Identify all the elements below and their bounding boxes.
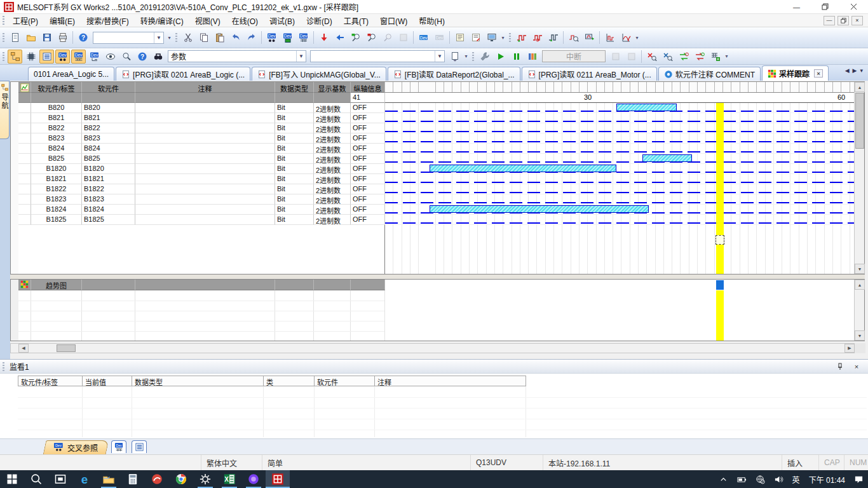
target-select-combo[interactable]: ▼ (310, 50, 445, 62)
device-comment-button[interactable]: Dev (416, 30, 431, 44)
tab-list-view[interactable] (132, 440, 147, 453)
scroll-down-button[interactable]: ▼ (855, 330, 865, 341)
verify-red-button[interactable] (364, 30, 379, 44)
mdi-close-button[interactable]: × (851, 16, 863, 25)
device-row-B821[interactable]: B821B821Bit2进制数OFF (18, 113, 384, 123)
dev-tree-button[interactable]: Dev (87, 50, 102, 64)
trace-setting-button[interactable] (514, 30, 529, 44)
watch-close-button[interactable]: × (851, 362, 862, 372)
menu-item-3[interactable]: 转换/编译(C) (135, 16, 189, 27)
upload-button[interactable] (332, 30, 347, 44)
tab-device-grid[interactable]: Dev (111, 440, 126, 453)
device-row-B1821[interactable]: B1821B1821Bit2进制数OFF (18, 174, 384, 184)
step-exec-button[interactable] (608, 50, 623, 64)
pin-icon[interactable] (835, 362, 845, 372)
quick-find-combo[interactable]: ▼ (93, 32, 164, 44)
option-button[interactable] (477, 50, 492, 64)
print-button[interactable] (55, 30, 70, 44)
undo-button[interactable] (228, 30, 243, 44)
page-setting-button[interactable] (447, 50, 462, 64)
tab-more-button[interactable]: ▾ (860, 67, 863, 74)
calculator-app[interactable] (121, 470, 145, 488)
monitor-start-button[interactable] (380, 30, 395, 44)
device-memory-button[interactable]: Dev (432, 30, 447, 44)
toolbar-overflow-button[interactable]: ▾ (723, 50, 730, 64)
tab-cross-reference[interactable]: Dev 交叉参照 (43, 440, 109, 454)
list-view-button[interactable] (39, 50, 54, 64)
device-monitor-button[interactable]: Dev (280, 30, 295, 44)
toolbar-overflow-button[interactable]: ▾ (634, 30, 641, 44)
scroll-left-button[interactable]: ◀ (18, 344, 29, 353)
device-row-B1825[interactable]: B1825B1825Bit2进制数OFF (18, 215, 384, 225)
settings-app[interactable] (193, 470, 217, 488)
device-batch-button[interactable] (708, 50, 722, 64)
trend-cursor-head[interactable] (716, 280, 724, 290)
tray-expand-icon[interactable] (714, 470, 733, 488)
toolbar-overflow-button[interactable]: ▾ (166, 30, 173, 44)
document-hscrollbar[interactable]: ◀ ▶ (10, 343, 865, 353)
device-row-B1823[interactable]: B1823B1823Bit2进制数OFF (18, 194, 384, 205)
device-row-B822[interactable]: B822B822Bit2进制数OFF (18, 123, 384, 133)
purple-app[interactable] (241, 470, 266, 488)
verify-button[interactable] (348, 30, 363, 44)
dev-grid-button[interactable]: Dev (71, 50, 86, 64)
menu-item-6[interactable]: 调试(B) (264, 16, 301, 27)
top-pane-vscrollbar[interactable]: ▲ ▼ (854, 82, 864, 274)
dev-find-button[interactable]: Dev (55, 50, 70, 64)
scroll-down-button[interactable]: ▼ (855, 264, 865, 274)
menu-item-5[interactable]: 在线(O) (226, 16, 264, 27)
combo-dropdown-icon[interactable]: ▼ (154, 32, 163, 43)
menu-item-4[interactable]: 视图(V) (189, 16, 226, 27)
help-button[interactable]: ? (76, 30, 90, 44)
device-search-button[interactable]: Dev (264, 30, 279, 44)
monitor-pause-button[interactable] (509, 50, 524, 64)
menu-item-2[interactable]: 搜索/替换(F) (81, 16, 135, 27)
device-row-B824[interactable]: B824B824Bit2进制数OFF (18, 144, 384, 154)
minimize-button[interactable]: — (782, 0, 811, 14)
trend-columns-button[interactable] (525, 50, 539, 64)
open-button[interactable] (24, 30, 38, 44)
note-button[interactable] (468, 30, 483, 44)
trace-cursor-bar[interactable] (716, 103, 724, 274)
skip-exec-button[interactable] (624, 50, 639, 64)
statement-button[interactable] (452, 30, 467, 44)
device-row-B1824[interactable]: B1824B1824Bit2进制数OFF (18, 205, 384, 215)
action-center-icon[interactable] (850, 470, 868, 488)
edge-app[interactable]: e (72, 470, 97, 488)
scroll-thumb[interactable] (855, 93, 864, 149)
device-row-B823[interactable]: B823B823Bit2进制数OFF (18, 133, 384, 144)
navigation-dock-tab[interactable]: 导航 (0, 81, 10, 139)
speaker-icon[interactable] (770, 470, 788, 488)
doc-tab-2[interactable]: [FB]写入 UnpickMAG(Global_V... (252, 67, 386, 81)
watch-mode-button[interactable] (103, 50, 118, 64)
combo-dropdown-icon[interactable]: ▼ (296, 51, 306, 62)
trace-start-button[interactable] (530, 30, 545, 44)
task-view-button[interactable] (48, 470, 72, 488)
start-button[interactable] (0, 470, 24, 488)
doc-tab-1[interactable]: [PRG]读取 0201 AreaB_Logic (... (116, 67, 250, 81)
scroll-up-button[interactable]: ▲ (855, 82, 865, 92)
pane-splitter[interactable] (10, 274, 865, 279)
chrome-app[interactable] (169, 470, 193, 488)
device-row-B1822[interactable]: B1822B1822Bit2进制数OFF (18, 184, 384, 194)
copy-button[interactable] (196, 30, 211, 44)
device-row-B1820[interactable]: B1820B1820Bit2进制数OFF (18, 164, 384, 174)
doc-tab-5[interactable]: 软元件注释 COMMENT (658, 67, 761, 81)
monitor-stop-button[interactable] (396, 30, 410, 44)
ime-indicator[interactable]: 英 (788, 470, 804, 488)
doc-tab-6[interactable]: 采样跟踪× (762, 65, 829, 81)
paste-button[interactable] (212, 30, 227, 44)
explorer-app[interactable] (97, 470, 121, 488)
restore-button[interactable] (811, 0, 839, 14)
tab-scroll-left-button[interactable]: ◀ (845, 67, 850, 74)
toolbar-overflow-button[interactable]: ▾ (463, 50, 470, 64)
search-button[interactable] (24, 470, 48, 488)
close-button[interactable] (839, 0, 868, 14)
red-app[interactable] (145, 470, 169, 488)
screen-monitor-button[interactable] (484, 30, 499, 44)
toolbar-overflow-button[interactable]: ▾ (499, 30, 506, 44)
download-button[interactable] (316, 30, 331, 44)
battery-icon[interactable] (733, 470, 751, 488)
redo-button[interactable] (244, 30, 259, 44)
doc-tab-0[interactable]: 0101 AreaA_Logic 5... (28, 67, 114, 81)
